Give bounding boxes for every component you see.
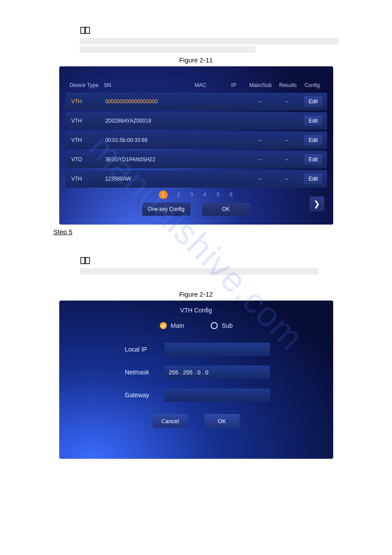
chevron-right-icon: ❯ [313,199,320,209]
one-key-config-button[interactable]: One-key Config [142,203,191,216]
redacted-text [80,46,255,53]
step-label: Step 5 [54,228,339,236]
device-list-panel: Device Type SN MAC IP Main/Sub Results C… [59,66,333,225]
edit-button[interactable]: Edit [304,174,322,184]
table-row[interactable]: VTH 123589AW -- -- Edit [65,170,327,188]
page-3[interactable]: 3 [190,192,194,198]
svg-point-1 [211,323,217,329]
col-header-config: Config [300,82,324,88]
ok-button[interactable]: OK [205,414,240,428]
cell-mainsub: -- [245,176,275,182]
pagination: 1 2 3 4 5 6 [64,190,329,199]
col-header-mac: MAC [179,82,223,88]
page-2[interactable]: 2 [176,192,181,198]
table-row[interactable]: VTH 00:01:5b:00:33:66 -- -- Edit [65,131,327,149]
redacted-text [80,268,318,275]
edit-button[interactable]: Edit [304,96,322,107]
radio-main-label: Main [171,322,184,329]
book-icon [80,26,90,34]
next-arrow-button[interactable]: ❯ [309,196,324,211]
gateway-input[interactable] [165,388,270,402]
edit-button[interactable]: Edit [304,135,322,145]
netmask-value: 255 . 255 . 0 . 0 [169,369,209,376]
netmask-label: Netmask [125,369,165,376]
col-header-mainsub: Main/Sub [245,82,276,88]
cell-type: VTH [72,98,105,105]
page-1[interactable]: 1 [159,190,168,199]
radio-unchecked-icon [210,322,218,330]
cell-results: -- [275,156,298,163]
page-6[interactable]: 6 [229,192,234,198]
radio-main[interactable]: Main [159,322,184,330]
cancel-button[interactable]: Cancel [153,414,188,428]
cell-sn: 123589AW [105,176,179,182]
cell-type: VTH [72,118,105,124]
cell-mainsub: -- [245,137,275,143]
radio-sub[interactable]: Sub [210,322,233,330]
table-row[interactable]: VTH 000000000000000000 -- -- Edit [65,93,327,110]
figure-caption-1: Figure 2-11 [54,56,339,64]
redacted-text [80,38,339,44]
radio-checked-icon [159,322,167,330]
netmask-input[interactable]: 255 . 255 . 0 . 0 [165,366,270,379]
figure-caption-2: Figure 2-12 [54,290,339,298]
cell-type: VTO [72,156,105,163]
cell-sn: 00:01:5b:00:33:66 [105,137,179,143]
cell-sn: 3E0GYD1PAN0SH22 [105,156,179,163]
col-header-ip: IP [223,82,245,88]
cell-type: VTH [72,137,105,143]
page-4[interactable]: 4 [203,192,207,198]
local-ip-input[interactable] [165,343,270,356]
edit-button[interactable]: Edit [304,154,322,165]
book-icon [80,257,90,265]
gateway-label: Gateway [125,392,165,399]
col-header-results: Results [276,82,300,88]
table-header: Device Type SN MAC IP Main/Sub Results C… [64,71,329,93]
cell-type: VTH [72,176,105,182]
vth-config-panel: VTH Config Main Sub Local IP Netmask [59,301,333,459]
edit-button[interactable]: Edit [304,116,322,126]
radio-sub-label: Sub [222,322,233,329]
panel-title: VTH Config [59,305,333,322]
ok-button[interactable]: OK [202,203,250,216]
cell-mainsub: -- [245,98,275,105]
local-ip-label: Local IP [125,346,165,353]
cell-results: -- [275,137,298,143]
cell-results: -- [275,176,298,182]
cell-results: -- [275,98,298,105]
cell-mainsub: -- [245,156,275,163]
table-row[interactable]: VTO 3E0GYD1PAN0SH22 -- -- Edit [65,151,327,168]
page-5[interactable]: 5 [216,192,220,198]
table-row[interactable]: VTH 2D0288AYAZ00019 Edit [65,112,327,130]
col-header-sn: SN [104,82,179,88]
svg-point-0 [160,322,167,329]
cell-sn: 2D0288AYAZ00019 [105,118,179,124]
cell-sn: 000000000000000000 [105,98,179,105]
col-header-type: Device Type [70,82,104,88]
